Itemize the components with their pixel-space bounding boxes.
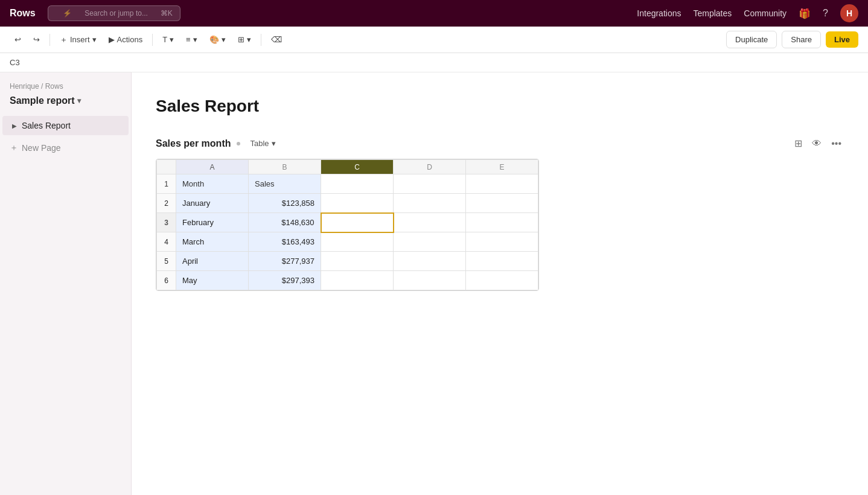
actions-button[interactable]: ▶ Actions xyxy=(104,31,148,48)
cell-b4[interactable]: $163,493 xyxy=(249,232,321,252)
eraser-button[interactable]: ⌫ xyxy=(266,31,287,48)
live-button[interactable]: Live xyxy=(826,31,858,48)
cell-c5[interactable] xyxy=(321,252,394,271)
cell-e3[interactable] xyxy=(466,213,538,232)
table-widget-actions: ⊞ 👁 ••• xyxy=(792,135,844,152)
column-header-row: A B C D E xyxy=(157,160,538,174)
gift-icon[interactable]: 🎁 xyxy=(799,8,811,19)
templates-link[interactable]: Templates xyxy=(693,8,732,18)
cell-c1[interactable] xyxy=(321,174,394,194)
toolbar-right-actions: Duplicate Share Live xyxy=(726,31,858,48)
table-widget-dot xyxy=(237,142,240,145)
text-format-button[interactable]: T ▾ xyxy=(158,31,179,48)
cell-d2[interactable] xyxy=(394,194,466,213)
cell-a4[interactable]: March xyxy=(176,232,249,252)
rownum-4: 4 xyxy=(157,232,176,252)
sidebar: Henrique / Rows Sample report ▾ ▶ Sales … xyxy=(0,72,132,495)
layout-button[interactable]: ⊞ ▾ xyxy=(233,31,256,48)
table-row: 5 April $277,937 xyxy=(157,252,538,271)
cell-reference-bar: C3 xyxy=(0,53,868,72)
cell-a1[interactable]: Month xyxy=(176,174,249,194)
table-widget-title: Sales per month xyxy=(156,138,231,149)
filter-button[interactable]: ⊞ xyxy=(792,135,805,152)
table-row: 3 February $148,630 xyxy=(157,213,538,232)
cell-a6[interactable]: May xyxy=(176,271,249,290)
rownum-3: 3 xyxy=(157,213,176,232)
report-title[interactable]: Sample report ▾ xyxy=(0,95,131,116)
color-button[interactable]: 🎨 ▾ xyxy=(205,31,231,48)
rownum-5: 5 xyxy=(157,252,176,271)
avatar[interactable]: H xyxy=(840,4,858,22)
cell-e1[interactable] xyxy=(466,174,538,194)
share-button[interactable]: Share xyxy=(782,31,821,48)
duplicate-button[interactable]: Duplicate xyxy=(726,31,777,48)
cell-b1[interactable]: Sales xyxy=(249,174,321,194)
more-button[interactable]: ••• xyxy=(829,136,844,152)
col-d-header[interactable]: D xyxy=(394,160,466,174)
col-e-header[interactable]: E xyxy=(466,160,538,174)
app-logo: Rows xyxy=(10,8,36,19)
insert-button[interactable]: ＋ Insert ▾ xyxy=(55,31,101,49)
table-row: 6 May $297,393 xyxy=(157,271,538,290)
page-title: Sales Report xyxy=(156,97,844,116)
undo-button[interactable]: ↩ xyxy=(10,31,26,48)
table-row: 2 January $123,858 xyxy=(157,194,538,213)
search-placeholder: Search or jump to... xyxy=(85,9,148,18)
table-type-chevron: ▾ xyxy=(272,139,276,148)
report-title-text: Sample report xyxy=(10,95,75,106)
col-c-header[interactable]: C xyxy=(321,160,394,174)
table-type-button[interactable]: Table ▾ xyxy=(246,138,279,149)
table-widget-header: Sales per month Table ▾ ⊞ 👁 ••• xyxy=(156,135,844,152)
cell-c2[interactable] xyxy=(321,194,394,213)
cell-d4[interactable] xyxy=(394,232,466,252)
sidebar-item-sales-report[interactable]: ▶ Sales Report xyxy=(2,116,129,135)
align-button[interactable]: ≡ ▾ xyxy=(181,31,202,48)
col-a-header[interactable]: A xyxy=(176,160,249,174)
cell-b3[interactable]: $148,630 xyxy=(249,213,321,232)
breadcrumb: Henrique / Rows xyxy=(0,82,131,95)
spreadsheet: A B C D E 1 Month Sales xyxy=(156,159,539,291)
help-icon[interactable]: ? xyxy=(823,8,828,19)
cell-a3[interactable]: February xyxy=(176,213,249,232)
actions-icon: ▶ xyxy=(109,35,115,44)
redo-button[interactable]: ↪ xyxy=(28,31,45,48)
toolbar-separator-3 xyxy=(261,34,261,46)
insert-label: Insert xyxy=(70,35,90,44)
cell-b6[interactable]: $297,393 xyxy=(249,271,321,290)
col-b-header[interactable]: B xyxy=(249,160,321,174)
rownum-1: 1 xyxy=(157,174,176,194)
topnav-right: Integrations Templates Community 🎁 ? H xyxy=(637,4,858,22)
toolbar-separator-2 xyxy=(152,34,153,46)
cell-e6[interactable] xyxy=(466,271,538,290)
integrations-link[interactable]: Integrations xyxy=(637,8,681,18)
data-table: A B C D E 1 Month Sales xyxy=(156,159,538,290)
search-icon: ⚡ xyxy=(63,9,72,18)
cell-d6[interactable] xyxy=(394,271,466,290)
cell-e2[interactable] xyxy=(466,194,538,213)
table-type-label: Table xyxy=(250,139,269,148)
search-shortcut: ⌘K xyxy=(161,9,173,18)
rownum-6: 6 xyxy=(157,271,176,290)
cell-e5[interactable] xyxy=(466,252,538,271)
cell-d1[interactable] xyxy=(394,174,466,194)
top-navigation: Rows ⚡ Search or jump to... ⌘K Integrati… xyxy=(0,0,868,27)
view-button[interactable]: 👁 xyxy=(809,136,824,152)
cell-c3[interactable] xyxy=(321,213,394,232)
cell-a2[interactable]: January xyxy=(176,194,249,213)
search-bar[interactable]: ⚡ Search or jump to... ⌘K xyxy=(48,5,180,21)
cell-reference: C3 xyxy=(10,58,20,67)
sidebar-page-label: Sales Report xyxy=(22,121,71,130)
table-row: 4 March $163,493 xyxy=(157,232,538,252)
cell-a5[interactable]: April xyxy=(176,252,249,271)
cell-b2[interactable]: $123,858 xyxy=(249,194,321,213)
cell-b5[interactable]: $277,937 xyxy=(249,252,321,271)
cell-c6[interactable] xyxy=(321,271,394,290)
cell-d3[interactable] xyxy=(394,213,466,232)
cell-e4[interactable] xyxy=(466,232,538,252)
cell-c4[interactable] xyxy=(321,232,394,252)
insert-chevron: ▾ xyxy=(92,35,97,44)
new-page-item[interactable]: ＋ New Page xyxy=(0,138,131,158)
page-expand-icon: ▶ xyxy=(12,123,17,129)
cell-d5[interactable] xyxy=(394,252,466,271)
community-link[interactable]: Community xyxy=(744,8,787,18)
